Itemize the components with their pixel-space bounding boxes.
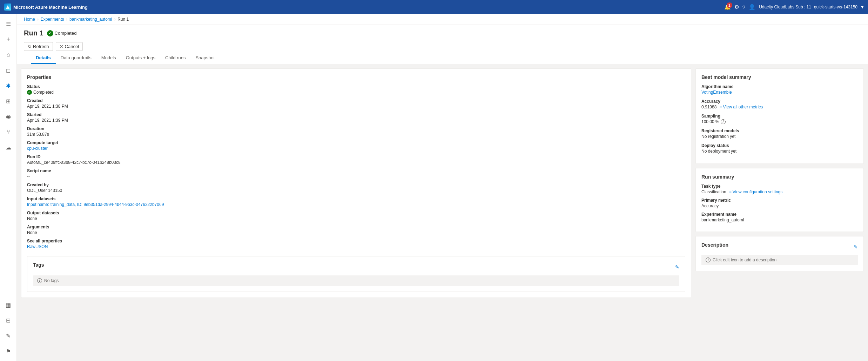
refresh-button[interactable]: ↻ Refresh — [24, 42, 53, 51]
sidebar-item-compute[interactable]: ▦ — [1, 298, 15, 312]
sidebar-item-endpoints[interactable]: ☁ — [1, 140, 15, 154]
view-config-link[interactable]: ≡ View configuration settings — [729, 189, 783, 194]
view-metrics-link[interactable]: ≡ View all other metrics — [719, 105, 763, 109]
prop-compute-value[interactable]: cpu-cluster — [27, 146, 685, 151]
settings-icon[interactable]: ⚙ — [734, 4, 739, 10]
sidebar-item-home[interactable]: ⌂ — [1, 48, 15, 62]
product-name: Microsoft Azure Machine Learning — [13, 5, 88, 10]
tags-edit-icon[interactable]: ✎ — [675, 264, 679, 270]
designer-icon: ⊞ — [6, 98, 11, 105]
raw-json-link[interactable]: Raw JSON — [27, 244, 685, 249]
sidebar-item-models[interactable]: ⚑ — [1, 344, 15, 358]
sampling-tooltip-icon[interactable]: i — [721, 119, 726, 124]
rs-experiment-name-value: bankmarketing_automl — [701, 218, 858, 222]
run-summary-title: Run summary — [701, 174, 858, 180]
tags-header: Tags ✎ — [33, 262, 679, 272]
bm-sampling-value: 100.00 % — [701, 119, 719, 124]
bm-algorithm: Algorithm name VotingEnsemble — [701, 84, 858, 95]
prop-created-label: Created — [27, 98, 685, 103]
sidebar-item-designer[interactable]: ⊞ — [1, 94, 15, 108]
breadcrumb-experiments[interactable]: Experiments — [41, 17, 64, 22]
cancel-button[interactable]: ✕ Cancel — [56, 42, 83, 51]
user-icon[interactable]: 👤 — [749, 4, 755, 10]
tab-details[interactable]: Details — [31, 52, 56, 64]
breadcrumb-sep-2: › — [66, 17, 67, 21]
left-panel: Properties Status ✓ Completed Created Ap… — [21, 68, 691, 298]
description-header: Description ✎ — [701, 242, 858, 252]
description-edit-icon[interactable]: ✎ — [854, 244, 858, 250]
prop-created-by-value: ODL_User 143150 — [27, 188, 685, 193]
prop-input-datasets-value[interactable]: Input name: training_data, ID: 9eb351da-… — [27, 202, 685, 207]
prop-input-datasets-label: Input datasets — [27, 196, 685, 201]
bm-accuracy: Accuracy 0.91988 ≡ View all other metric… — [701, 99, 858, 109]
prop-arguments-value: None — [27, 230, 685, 235]
breadcrumb-home[interactable]: Home — [24, 17, 35, 22]
user-name: Udacity CloudLabs Sub : 11 — [759, 5, 811, 9]
sidebar-item-datastores[interactable]: ⊟ — [1, 313, 15, 327]
rs-task-type-row: Classification ≡ View configuration sett… — [701, 189, 858, 194]
prop-script-name-value: -- — [27, 174, 685, 179]
tab-outputs-logs[interactable]: Outputs + logs — [121, 52, 160, 64]
endpoints-icon: ☁ — [6, 144, 11, 151]
prop-status-value: ✓ Completed — [27, 90, 685, 95]
cancel-label: Cancel — [65, 44, 79, 49]
prop-run-id-label: Run ID — [27, 154, 685, 159]
prop-output-datasets: Output datasets None — [27, 210, 685, 221]
main-content: Home › Experiments › bankmarketing_autom… — [17, 14, 868, 361]
data-icon: ◉ — [6, 113, 11, 120]
prop-script-name: Script name -- — [27, 168, 685, 179]
breadcrumb-experiment-name[interactable]: bankmarketing_automl — [69, 17, 112, 22]
bm-deploy-status-label: Deploy status — [701, 143, 858, 148]
breadcrumb-sep-3: › — [114, 17, 115, 21]
create-icon: + — [6, 36, 10, 43]
experiments-icon: ◻ — [6, 67, 11, 74]
bm-algorithm-label: Algorithm name — [701, 84, 858, 89]
config-icon: ≡ — [729, 189, 732, 194]
description-text: Click edit icon to add a description — [713, 258, 776, 262]
sidebar-item-notebooks[interactable]: ✎ — [1, 329, 15, 343]
prop-see-all-label: See all properties — [27, 239, 685, 243]
prop-started-label: Started — [27, 112, 685, 117]
status-badge: ✓ Completed — [47, 30, 77, 36]
sidebar-item-menu[interactable]: ☰ — [1, 17, 15, 31]
azure-logo: Microsoft Azure Machine Learning — [4, 4, 88, 11]
bm-deploy-status: Deploy status No deployment yet — [701, 143, 858, 154]
sidebar-item-create[interactable]: + — [1, 32, 15, 46]
notification-bell[interactable]: 🔔 1 — [724, 4, 731, 10]
bm-accuracy-label: Accuracy — [701, 99, 858, 104]
bm-algorithm-value[interactable]: VotingEnsemble — [701, 90, 858, 95]
home-icon: ⌂ — [7, 52, 10, 58]
sidebar-item-pipelines[interactable]: ⑂ — [1, 125, 15, 139]
rs-task-type-value[interactable]: Classification — [701, 189, 726, 194]
prop-duration-label: Duration — [27, 126, 685, 131]
tab-models[interactable]: Models — [96, 52, 121, 64]
prop-status-label: Status — [27, 84, 685, 89]
rs-primary-metric: Primary metric Accuracy — [701, 198, 858, 208]
compute-icon: ▦ — [6, 302, 11, 308]
prop-created-value: Apr 19, 2021 1:38 PM — [27, 104, 685, 109]
tab-data-guardrails[interactable]: Data guardrails — [56, 52, 96, 64]
prop-input-datasets: Input datasets Input name: training_data… — [27, 196, 685, 207]
chevron-down-icon[interactable]: ▾ — [861, 4, 864, 10]
metrics-icon: ≡ — [719, 105, 722, 109]
tags-section: Tags ✎ i No tags — [27, 256, 685, 292]
sidebar-item-experiments[interactable]: ◻ — [1, 63, 15, 77]
prop-duration-value: 31m 53.87s — [27, 132, 685, 137]
automated-ml-icon: ✱ — [6, 82, 11, 89]
sidebar-item-automated-ml[interactable]: ✱ — [1, 79, 15, 93]
prop-compute: Compute target cpu-cluster — [27, 140, 685, 151]
bm-registered-models-value: No registration yet — [701, 134, 858, 139]
bm-sampling-row: 100.00 % i — [701, 119, 858, 124]
prop-created: Created Apr 19, 2021 1:38 PM — [27, 98, 685, 109]
sidebar-item-data[interactable]: ◉ — [1, 109, 15, 123]
info-icon: i — [37, 278, 42, 283]
notebooks-icon: ✎ — [6, 333, 11, 339]
tab-snapshot[interactable]: Snapshot — [190, 52, 220, 64]
sidebar: ☰ + ⌂ ◻ ✱ ⊞ ◉ ⑂ ☁ ▦ ⊟ — [0, 14, 17, 361]
rs-task-type-label: Task type — [701, 184, 858, 189]
help-icon[interactable]: ? — [742, 4, 745, 10]
topbar: Microsoft Azure Machine Learning 🔔 1 ⚙ ?… — [0, 0, 868, 14]
user-info[interactable]: Udacity CloudLabs Sub : 11 quick-starts-… — [759, 5, 857, 9]
prop-created-by-label: Created by — [27, 182, 685, 187]
tab-child-runs[interactable]: Child runs — [160, 52, 191, 64]
